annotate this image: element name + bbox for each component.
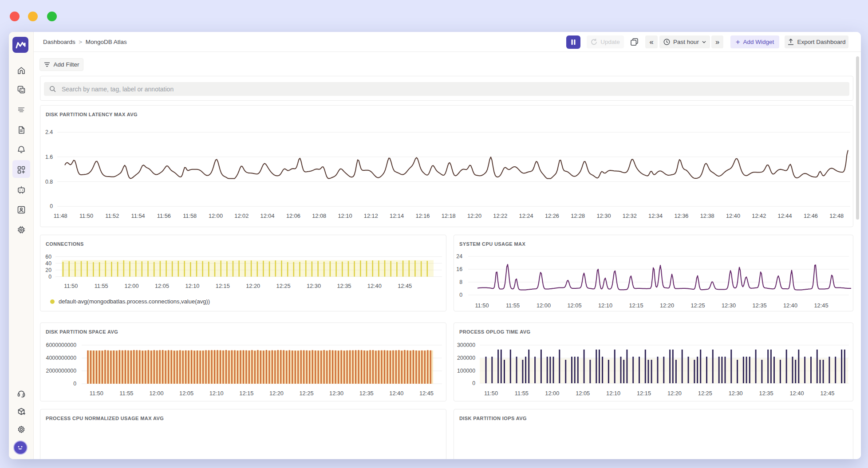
svg-text:11:50: 11:50 [475, 302, 489, 309]
svg-text:12:45: 12:45 [820, 390, 834, 397]
svg-text:12:45: 12:45 [814, 302, 828, 309]
svg-text:12:10: 12:10 [209, 390, 224, 397]
svg-text:12:12: 12:12 [364, 212, 378, 219]
svg-text:12:14: 12:14 [390, 212, 404, 219]
svg-text:12:48: 12:48 [829, 212, 844, 219]
svg-text:4000000000: 4000000000 [46, 355, 77, 361]
svg-text:12:15: 12:15 [216, 283, 230, 289]
svg-text:6000000000: 6000000000 [46, 342, 77, 348]
svg-text:11:52: 11:52 [105, 212, 119, 219]
svg-text:11:56: 11:56 [157, 212, 171, 219]
svg-text:24: 24 [456, 253, 462, 260]
svg-text:12:02: 12:02 [234, 212, 249, 219]
svg-text:12:35: 12:35 [759, 390, 773, 397]
svg-text:12:45: 12:45 [398, 283, 412, 289]
svg-text:12:08: 12:08 [312, 212, 326, 219]
svg-text:11:50: 11:50 [90, 390, 103, 397]
svg-text:12:35: 12:35 [752, 302, 766, 309]
svg-text:12:35: 12:35 [359, 390, 374, 397]
svg-text:16: 16 [456, 266, 462, 272]
svg-text:12:42: 12:42 [752, 212, 766, 219]
svg-text:0: 0 [472, 380, 475, 386]
svg-text:12:10: 12:10 [606, 390, 620, 397]
svg-text:12:20: 12:20 [660, 302, 674, 309]
svg-text:12:06: 12:06 [286, 212, 300, 219]
svg-text:2000000000: 2000000000 [46, 368, 77, 374]
svg-text:11:55: 11:55 [515, 390, 529, 397]
svg-text:12:20: 12:20 [269, 390, 284, 397]
svg-text:12:45: 12:45 [419, 390, 434, 397]
svg-text:12:05: 12:05 [567, 302, 581, 309]
svg-text:11:55: 11:55 [506, 302, 520, 309]
svg-text:12:40: 12:40 [789, 390, 804, 397]
svg-text:11:55: 11:55 [95, 283, 108, 289]
svg-text:60: 60 [45, 254, 51, 260]
svg-text:12:00: 12:00 [209, 212, 223, 219]
svg-text:12:15: 12:15 [239, 390, 253, 397]
svg-text:12:30: 12:30 [722, 302, 736, 309]
svg-text:0: 0 [48, 274, 51, 280]
svg-text:12:30: 12:30 [307, 283, 321, 289]
svg-text:12:32: 12:32 [623, 212, 637, 219]
svg-text:12:20: 12:20 [667, 390, 682, 397]
svg-text:12:05: 12:05 [576, 390, 590, 397]
svg-text:12:38: 12:38 [700, 212, 714, 219]
svg-text:0: 0 [73, 381, 76, 387]
svg-text:12:25: 12:25 [698, 390, 712, 397]
svg-text:300000: 300000 [457, 342, 475, 348]
svg-text:12:00: 12:00 [545, 390, 559, 397]
svg-text:100000: 100000 [457, 368, 475, 374]
svg-text:11:54: 11:54 [131, 212, 145, 219]
svg-text:12:20: 12:20 [467, 212, 481, 219]
svg-text:0: 0 [459, 292, 462, 298]
svg-text:12:00: 12:00 [149, 390, 163, 397]
svg-text:12:25: 12:25 [299, 390, 313, 397]
svg-text:12:00: 12:00 [125, 283, 139, 289]
svg-text:12:40: 12:40 [783, 302, 797, 309]
svg-text:12:25: 12:25 [690, 302, 705, 309]
svg-text:12:18: 12:18 [442, 212, 456, 219]
svg-text:12:24: 12:24 [519, 212, 533, 219]
svg-text:0.8: 0.8 [45, 179, 53, 185]
svg-text:12:28: 12:28 [571, 212, 585, 219]
svg-text:11:50: 11:50 [484, 390, 498, 397]
svg-text:12:40: 12:40 [367, 283, 382, 289]
svg-text:12:10: 12:10 [185, 283, 199, 289]
svg-text:12:05: 12:05 [155, 283, 169, 289]
svg-text:12:04: 12:04 [260, 212, 275, 219]
svg-text:12:30: 12:30 [596, 212, 611, 219]
svg-text:12:22: 12:22 [493, 212, 507, 219]
svg-text:40: 40 [45, 260, 51, 267]
svg-text:11:48: 11:48 [54, 212, 67, 219]
svg-text:12:34: 12:34 [648, 212, 663, 219]
svg-text:12:30: 12:30 [729, 390, 743, 397]
svg-text:12:25: 12:25 [276, 283, 291, 289]
svg-text:12:20: 12:20 [246, 283, 260, 289]
svg-text:12:10: 12:10 [598, 302, 612, 309]
svg-text:0: 0 [50, 203, 53, 209]
svg-text:12:00: 12:00 [537, 302, 551, 309]
svg-text:11:55: 11:55 [119, 390, 133, 397]
svg-text:11:58: 11:58 [183, 212, 197, 219]
svg-text:12:40: 12:40 [726, 212, 740, 219]
svg-text:200000: 200000 [457, 355, 475, 361]
svg-text:12:40: 12:40 [389, 390, 403, 397]
svg-text:12:15: 12:15 [637, 390, 651, 397]
svg-text:12:30: 12:30 [329, 390, 343, 397]
svg-text:12:44: 12:44 [778, 212, 792, 219]
svg-text:2.4: 2.4 [45, 129, 53, 135]
svg-text:12:10: 12:10 [338, 212, 352, 219]
svg-text:8: 8 [459, 279, 462, 285]
svg-text:12:15: 12:15 [629, 302, 643, 309]
svg-text:11:50: 11:50 [79, 212, 93, 219]
svg-text:1.6: 1.6 [45, 154, 53, 160]
svg-text:11:50: 11:50 [64, 283, 78, 289]
svg-text:12:16: 12:16 [415, 212, 430, 219]
svg-text:12:46: 12:46 [804, 212, 818, 219]
svg-text:12:35: 12:35 [337, 283, 351, 289]
svg-text:12:26: 12:26 [545, 212, 559, 219]
svg-text:20: 20 [45, 267, 51, 273]
svg-text:12:05: 12:05 [179, 390, 193, 397]
svg-text:12:36: 12:36 [674, 212, 688, 219]
